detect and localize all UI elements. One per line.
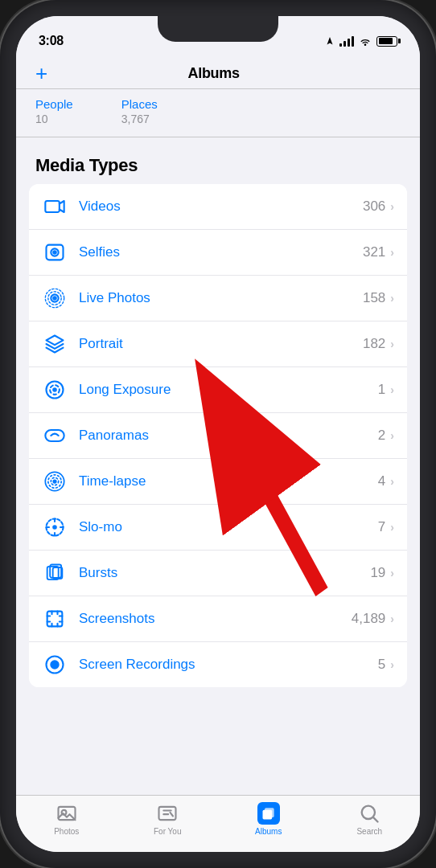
wifi-icon bbox=[359, 36, 372, 46]
long-exposure-icon bbox=[42, 377, 68, 403]
chevron-icon-selfies: › bbox=[390, 246, 394, 259]
media-count-screen-recordings: 5 bbox=[378, 657, 385, 673]
media-item-long-exposure[interactable]: Long Exposure 1 › bbox=[29, 367, 407, 413]
chevron-icon-bursts: › bbox=[390, 567, 394, 579]
media-type-list: Videos 306 › Selfies 321 › Live Photos 1… bbox=[29, 184, 407, 687]
tab-albums[interactable]: Albums bbox=[218, 802, 319, 836]
places-item[interactable]: Places 3,767 bbox=[121, 97, 158, 125]
content-area: Media Types Videos 306 › Selfies 321 › bbox=[16, 137, 420, 795]
svg-point-5 bbox=[53, 297, 56, 300]
tab-bar: Photos For You Albums Search bbox=[16, 795, 420, 852]
chevron-icon-live-photos: › bbox=[390, 292, 394, 305]
people-item[interactable]: People 10 bbox=[35, 97, 73, 125]
status-bar: 3:08 bbox=[16, 16, 420, 56]
slo-mo-icon bbox=[42, 514, 68, 540]
tab-search[interactable]: Search bbox=[319, 802, 421, 836]
svg-rect-28 bbox=[265, 808, 274, 817]
media-name-panoramas: Panoramas bbox=[79, 428, 378, 444]
media-count-bursts: 19 bbox=[370, 565, 385, 581]
for-you-tab-label: For You bbox=[154, 827, 181, 836]
location-icon bbox=[325, 36, 335, 46]
nav-bar: + Albums bbox=[16, 56, 420, 89]
media-count-long-exposure: 1 bbox=[378, 382, 385, 398]
add-button[interactable]: + bbox=[35, 63, 47, 84]
video-icon bbox=[42, 194, 68, 219]
battery-icon bbox=[376, 36, 397, 47]
photos-tab-icon bbox=[56, 802, 78, 825]
media-item-videos[interactable]: Videos 306 › bbox=[29, 184, 407, 230]
search-tab-icon bbox=[358, 802, 380, 825]
media-item-slo-mo[interactable]: Slo-mo 7 › bbox=[29, 505, 407, 551]
places-count: 3,767 bbox=[121, 113, 158, 125]
media-item-time-lapse[interactable]: Time-lapse 4 › bbox=[29, 459, 407, 505]
live-photo-icon bbox=[42, 285, 68, 311]
media-types-header: Media Types bbox=[16, 137, 420, 184]
media-name-time-lapse: Time-lapse bbox=[79, 473, 378, 489]
search-tab-label: Search bbox=[356, 827, 382, 836]
bursts-icon bbox=[42, 560, 68, 586]
svg-point-10 bbox=[53, 388, 56, 391]
people-label: People bbox=[35, 97, 73, 111]
media-name-bursts: Bursts bbox=[79, 565, 370, 581]
chevron-icon-panoramas: › bbox=[390, 429, 394, 442]
media-count-videos: 306 bbox=[363, 199, 385, 215]
media-name-screenshots: Screenshots bbox=[79, 611, 352, 627]
media-name-slo-mo: Slo-mo bbox=[79, 519, 378, 535]
tab-photos[interactable]: Photos bbox=[16, 802, 117, 836]
media-count-live-photos: 158 bbox=[363, 290, 385, 306]
people-places-section: People 10 Places 3,767 bbox=[16, 89, 420, 137]
albums-tab-label: Albums bbox=[255, 827, 282, 836]
media-item-selfies[interactable]: Selfies 321 › bbox=[29, 230, 407, 276]
albums-title: Albums bbox=[187, 65, 239, 82]
time-lapse-icon bbox=[42, 469, 68, 494]
status-icons bbox=[325, 35, 397, 47]
media-item-screen-recordings[interactable]: Screen Recordings 5 › bbox=[29, 642, 407, 687]
screen-recording-icon bbox=[42, 652, 68, 678]
media-count-panoramas: 2 bbox=[378, 428, 385, 444]
svg-rect-21 bbox=[47, 612, 63, 627]
media-item-bursts[interactable]: Bursts 19 › bbox=[29, 551, 407, 596]
svg-point-23 bbox=[51, 661, 58, 668]
svg-point-17 bbox=[53, 526, 56, 529]
chevron-icon-screen-recordings: › bbox=[390, 658, 394, 671]
photos-tab-label: Photos bbox=[54, 827, 79, 836]
chevron-icon-portrait: › bbox=[390, 338, 394, 350]
selfie-icon bbox=[42, 240, 68, 265]
svg-point-15 bbox=[53, 480, 56, 483]
media-name-portrait: Portrait bbox=[79, 336, 363, 352]
people-count: 10 bbox=[35, 113, 73, 125]
media-item-screenshots[interactable]: Screenshots 4,189 › bbox=[29, 596, 407, 642]
media-count-screenshots: 4,189 bbox=[352, 611, 386, 627]
media-name-long-exposure: Long Exposure bbox=[79, 382, 378, 398]
svg-rect-11 bbox=[45, 430, 64, 441]
media-name-selfies: Selfies bbox=[79, 244, 363, 260]
media-count-slo-mo: 7 bbox=[378, 519, 385, 535]
screenshot-icon bbox=[42, 606, 68, 632]
phone-device: 3:08 bbox=[0, 0, 436, 868]
chevron-icon-slo-mo: › bbox=[390, 521, 394, 534]
media-count-selfies: 321 bbox=[363, 244, 385, 260]
media-item-live-photos[interactable]: Live Photos 158 › bbox=[29, 276, 407, 321]
signal-bars bbox=[339, 35, 354, 47]
media-name-screen-recordings: Screen Recordings bbox=[79, 657, 378, 673]
svg-rect-0 bbox=[45, 201, 60, 212]
chevron-icon-time-lapse: › bbox=[390, 475, 394, 488]
albums-tab-icon bbox=[257, 802, 280, 825]
places-label: Places bbox=[121, 97, 158, 111]
phone-screen: 3:08 bbox=[16, 16, 420, 852]
svg-point-29 bbox=[362, 806, 375, 819]
portrait-icon bbox=[42, 331, 68, 357]
media-name-live-photos: Live Photos bbox=[79, 290, 363, 306]
panorama-icon bbox=[42, 423, 68, 448]
tab-for-you[interactable]: For You bbox=[117, 802, 219, 836]
svg-rect-26 bbox=[159, 807, 176, 820]
chevron-icon-long-exposure: › bbox=[390, 383, 394, 396]
media-count-time-lapse: 4 bbox=[378, 473, 385, 489]
svg-point-3 bbox=[53, 251, 56, 254]
chevron-icon-videos: › bbox=[390, 200, 394, 213]
media-item-portrait[interactable]: Portrait 182 › bbox=[29, 321, 407, 367]
status-time: 3:08 bbox=[39, 34, 64, 48]
media-item-panoramas[interactable]: Panoramas 2 › bbox=[29, 413, 407, 459]
media-name-videos: Videos bbox=[79, 199, 363, 215]
for-you-tab-icon bbox=[156, 802, 179, 825]
